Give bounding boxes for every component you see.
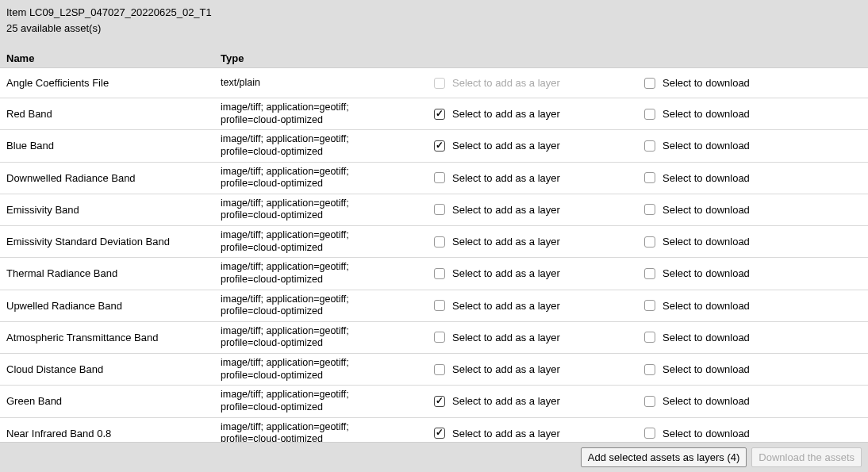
column-header-name: Name — [6, 52, 221, 64]
table-row: Upwelled Radiance Bandimage/tiff; applic… — [0, 290, 868, 322]
download-label: Select to download — [663, 140, 750, 152]
asset-name: Emissivity Band — [6, 204, 221, 216]
download-checkbox[interactable] — [644, 396, 655, 407]
asset-type: image/tiff; application=geotiff; profile… — [221, 261, 431, 286]
asset-count: 25 available asset(s) — [6, 22, 862, 36]
asset-dialog: Item LC09_L2SP_047027_20220625_02_T1 25 … — [0, 0, 868, 472]
download-checkbox[interactable] — [644, 428, 655, 439]
download-assets-button[interactable]: Download the assets — [751, 447, 862, 467]
layer-cell: Select to add as a layer — [431, 234, 641, 250]
asset-type: text/plain — [221, 77, 431, 90]
download-label: Select to download — [663, 108, 750, 120]
add-layer-checkbox[interactable] — [434, 236, 445, 248]
download-label: Select to download — [663, 300, 750, 312]
asset-type: image/tiff; application=geotiff; profile… — [221, 294, 431, 318]
add-layer-label: Select to add as a layer — [452, 428, 560, 439]
layer-cell: Select to add as a layer — [431, 362, 641, 378]
table-row: Angle Coefficients Filetext/plainSelect … — [0, 68, 868, 98]
layer-cell: Select to add as a layer — [431, 138, 641, 154]
layer-cell: Select to add as a layer — [431, 297, 641, 313]
download-cell: Select to download — [641, 170, 862, 186]
layer-cell: Select to add as a layer — [431, 425, 641, 441]
download-cell: Select to download — [641, 106, 862, 122]
asset-type: image/tiff; application=geotiff; profile… — [221, 325, 431, 350]
download-checkbox[interactable] — [644, 172, 655, 183]
download-cell: Select to download — [641, 138, 862, 154]
download-checkbox[interactable] — [644, 300, 655, 311]
table-row: Blue Bandimage/tiff; application=geotiff… — [0, 130, 868, 162]
add-layer-checkbox[interactable] — [434, 204, 445, 215]
column-headers: Name Type — [0, 52, 868, 67]
table-row: Emissivity Bandimage/tiff; application=g… — [0, 194, 868, 226]
dialog-header: Item LC09_L2SP_047027_20220625_02_T1 25 … — [0, 0, 868, 52]
add-layer-checkbox — [434, 78, 445, 89]
table-row: Cloud Distance Bandimage/tiff; applicati… — [0, 354, 868, 386]
add-layer-checkbox[interactable] — [434, 172, 445, 183]
download-checkbox[interactable] — [644, 364, 655, 375]
asset-type: image/tiff; application=geotiff; profile… — [221, 102, 431, 126]
asset-name: Emissivity Standard Deviation Band — [6, 236, 221, 248]
add-layer-label: Select to add as a layer — [452, 363, 560, 375]
download-cell: Select to download — [641, 75, 862, 91]
table-row: Atmospheric Transmittance Bandimage/tiff… — [0, 322, 868, 354]
asset-type: image/tiff; application=geotiff; profile… — [221, 133, 431, 158]
download-label: Select to download — [663, 332, 750, 343]
asset-table[interactable]: Angle Coefficients Filetext/plainSelect … — [0, 67, 868, 442]
add-layer-checkbox[interactable] — [434, 396, 445, 407]
add-layer-label: Select to add as a layer — [452, 108, 560, 120]
layer-cell: Select to add as a layer — [431, 201, 641, 217]
download-label: Select to download — [663, 363, 750, 375]
add-layer-checkbox[interactable] — [434, 364, 445, 375]
asset-type: image/tiff; application=geotiff; profile… — [221, 389, 431, 413]
asset-name: Near Infrared Band 0.8 — [6, 428, 221, 439]
asset-type: image/tiff; application=geotiff; profile… — [221, 229, 431, 254]
download-label: Select to download — [663, 428, 750, 439]
download-checkbox[interactable] — [644, 236, 655, 248]
item-title: Item LC09_L2SP_047027_20220625_02_T1 — [6, 6, 862, 21]
download-checkbox[interactable] — [644, 109, 655, 120]
layer-cell: Select to add as a layer — [431, 266, 641, 282]
add-layer-checkbox[interactable] — [434, 332, 445, 343]
add-layers-button[interactable]: Add selected assets as layers (4) — [581, 447, 747, 467]
download-checkbox[interactable] — [644, 332, 655, 343]
add-layer-checkbox[interactable] — [434, 300, 445, 311]
add-layer-checkbox[interactable] — [434, 428, 445, 439]
download-checkbox[interactable] — [644, 140, 655, 152]
asset-type: image/tiff; application=geotiff; profile… — [221, 198, 431, 222]
download-label: Select to download — [663, 172, 750, 184]
layer-cell: Select to add as a layer — [431, 329, 641, 345]
asset-name: Upwelled Radiance Band — [6, 300, 221, 312]
asset-name: Green Band — [6, 395, 221, 407]
table-row: Thermal Radiance Bandimage/tiff; applica… — [0, 258, 868, 290]
asset-name: Cloud Distance Band — [6, 363, 221, 375]
download-cell: Select to download — [641, 393, 862, 409]
asset-name: Thermal Radiance Band — [6, 267, 221, 279]
download-label: Select to download — [663, 236, 750, 248]
add-layer-checkbox[interactable] — [434, 140, 445, 152]
asset-type: image/tiff; application=geotiff; profile… — [221, 421, 431, 443]
download-cell: Select to download — [641, 297, 862, 313]
table-row: Red Bandimage/tiff; application=geotiff;… — [0, 98, 868, 130]
asset-name: Red Band — [6, 108, 221, 120]
download-checkbox[interactable] — [644, 268, 655, 279]
add-layer-checkbox[interactable] — [434, 268, 445, 279]
add-layer-label: Select to add as a layer — [452, 236, 560, 248]
layer-cell: Select to add as a layer — [431, 393, 641, 409]
download-cell: Select to download — [641, 201, 862, 217]
download-label: Select to download — [663, 77, 750, 89]
download-checkbox[interactable] — [644, 204, 655, 215]
add-layer-label: Select to add as a layer — [452, 204, 560, 216]
download-cell: Select to download — [641, 234, 862, 250]
download-label: Select to download — [663, 395, 750, 407]
table-row: Green Bandimage/tiff; application=geotif… — [0, 386, 868, 417]
add-layer-checkbox[interactable] — [434, 109, 445, 120]
add-layer-label: Select to add as a layer — [452, 172, 560, 184]
layer-cell: Select to add as a layer — [431, 106, 641, 122]
column-header-type: Type — [221, 52, 431, 64]
dialog-footer: Add selected assets as layers (4) Downlo… — [0, 442, 868, 472]
download-checkbox[interactable] — [644, 78, 655, 89]
add-layer-label: Select to add as a layer — [452, 395, 560, 407]
download-cell: Select to download — [641, 362, 862, 378]
download-label: Select to download — [663, 267, 750, 279]
add-layer-label: Select to add as a layer — [452, 140, 560, 152]
